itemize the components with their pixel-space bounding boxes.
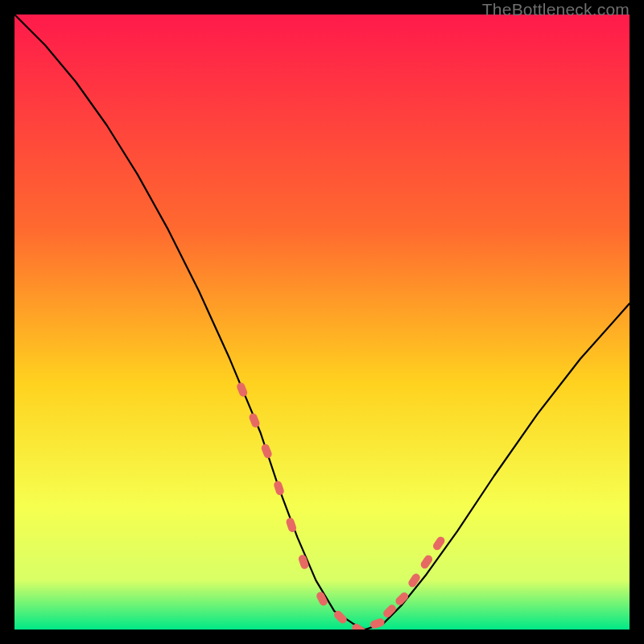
gradient-background (14, 14, 630, 630)
watermark-text: TheBottleneck.com (482, 0, 630, 19)
chart-frame (14, 14, 630, 630)
bottleneck-chart (14, 14, 630, 630)
